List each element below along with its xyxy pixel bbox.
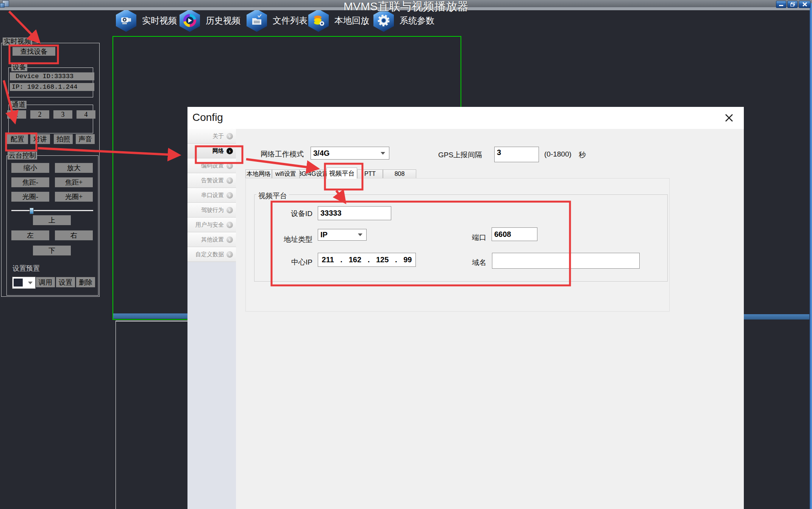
channel-3-button[interactable]: 3 <box>53 110 72 119</box>
zoom-in-button[interactable]: 放大 <box>55 163 93 173</box>
menu-item-alarm[interactable]: 告警设置› <box>187 173 236 188</box>
iris-plus-button[interactable]: 光圈+ <box>55 192 93 202</box>
chevron-right-icon: › <box>226 236 233 243</box>
menu-item-other[interactable]: 其他设置› <box>187 232 236 247</box>
video-progress-bar[interactable] <box>113 313 187 319</box>
minimize-button[interactable] <box>776 1 786 8</box>
video-platform-group-label: 视频平台 <box>256 191 289 201</box>
channel-2-button[interactable]: 2 <box>30 110 49 119</box>
iris-minus-button[interactable]: 光圈- <box>11 192 49 202</box>
pan-up-button[interactable]: 上 <box>33 215 71 225</box>
preset-call-button[interactable]: 调用 <box>36 277 55 287</box>
tab-3g4g[interactable]: 3G/4G设置 <box>300 169 327 179</box>
config-button[interactable]: 配置 <box>7 134 28 144</box>
preset-select[interactable] <box>12 277 36 289</box>
toolbar-label: 历史视频 <box>206 15 240 27</box>
pan-right-button[interactable]: 右 <box>55 230 93 240</box>
gps-interval-input[interactable]: 3 <box>494 147 539 162</box>
restore-button[interactable] <box>787 1 798 8</box>
preset-set-button[interactable]: 设置 <box>56 277 75 287</box>
ptz-groupbox <box>6 155 98 296</box>
device-id-label: 设备ID <box>280 209 312 219</box>
chevron-right-icon: › <box>226 133 233 139</box>
center-ip-input[interactable]: 211 . 162 . 125 . 99 <box>318 253 416 267</box>
chevron-down-icon <box>28 282 33 284</box>
tab-808[interactable]: 808 <box>383 169 416 179</box>
menu-item-encoding[interactable]: 编码设置› <box>187 158 236 173</box>
device-id-text: Device ID:33333 <box>10 72 94 80</box>
config-dialog: Config 关于› 网络› 编码设置› 告警设置› 串口设置› 驾驶行为› 用… <box>187 107 744 509</box>
focus-minus-button[interactable]: 焦距- <box>11 177 49 187</box>
chevron-right-icon: › <box>226 207 233 213</box>
close-button[interactable] <box>799 1 810 8</box>
menu-item-driving[interactable]: 驾驶行为› <box>187 203 236 218</box>
ptz-group-label: 云台控制 <box>8 152 37 160</box>
chevron-down-icon <box>358 233 362 236</box>
tab-wifi[interactable]: wifi设置 <box>272 169 300 179</box>
channel-group-label: 通道 <box>11 101 27 109</box>
channel-groupbox <box>8 105 93 133</box>
slider-track <box>11 210 93 211</box>
intercom-button[interactable]: 对讲 <box>30 134 50 144</box>
menu-item-serial[interactable]: 串口设置› <box>187 188 236 203</box>
live-video-panel: 实时视频 查找设备 设备 Device ID:33333 IP: 192.168… <box>1 38 100 296</box>
tab-video-platform[interactable]: 视频平台 <box>326 168 357 179</box>
pan-left-button[interactable]: 左 <box>11 230 49 240</box>
preset-label: 设置预置 <box>11 265 41 273</box>
window-right-border <box>810 3 812 509</box>
device-groupbox <box>8 67 93 97</box>
app-window: MVMS直联与视频播放器 实时视频 历史视频 <box>0 0 812 509</box>
menu-item-about[interactable]: 关于› <box>187 129 236 144</box>
domain-label: 域名 <box>454 258 486 268</box>
preset-color-swatch <box>14 279 23 287</box>
chevron-right-icon: › <box>226 192 233 199</box>
channel-4-button[interactable]: 4 <box>77 110 95 119</box>
gps-range-text: (0-1800) <box>544 150 572 158</box>
tab-ptt[interactable]: PTT <box>357 169 383 179</box>
toolbar-label: 文件列表 <box>273 15 308 27</box>
slider-knob[interactable] <box>30 208 34 214</box>
window-controls <box>776 1 810 8</box>
sound-button[interactable]: 声音 <box>76 134 95 144</box>
dialog-titlebar[interactable]: Config <box>187 107 744 129</box>
network-mode-select[interactable]: 3/4G <box>311 147 389 160</box>
gps-interval-label: GPS上报间隔 <box>438 150 482 160</box>
window-title: MVMS直联与视频播放器 <box>0 0 812 14</box>
device-group-label: 设备 <box>11 63 27 71</box>
channel-1-button[interactable]: 1 <box>7 110 26 119</box>
chevron-right-icon: › <box>226 251 233 258</box>
addr-type-label: 地址类型 <box>275 235 312 244</box>
ptz-speed-slider[interactable] <box>11 208 93 213</box>
snapshot-button[interactable]: 拍照 <box>54 134 73 144</box>
dialog-content: 网络工作模式 3/4G GPS上报间隔 3 (0-1800) 秒 本地网络 wi… <box>236 129 744 509</box>
menu-item-custom-data[interactable]: 自定义数据› <box>187 247 236 262</box>
close-icon <box>803 2 807 6</box>
addr-type-select[interactable]: IP <box>318 229 367 241</box>
chevron-right-icon: › <box>226 177 233 184</box>
network-mode-label: 网络工作模式 <box>261 149 304 159</box>
chevron-right-icon: › <box>226 148 233 154</box>
dialog-menu: 关于› 网络› 编码设置› 告警设置› 串口设置› 驾驶行为› 用户与安全› 其… <box>187 129 236 509</box>
color-ring <box>183 14 196 27</box>
menu-item-user-security[interactable]: 用户与安全› <box>187 218 236 232</box>
device-id-input[interactable]: 33333 <box>318 206 391 220</box>
find-device-button[interactable]: 查找设备 <box>12 47 55 56</box>
device-ip-text: IP: 192.168.1.244 <box>10 83 94 91</box>
toolbar-label: 实时视频 <box>142 15 177 27</box>
domain-input[interactable] <box>492 253 640 269</box>
close-icon <box>725 113 734 122</box>
port-input[interactable]: 6608 <box>492 227 537 241</box>
video-platform-tabpage: 视频平台 设备ID 33333 地址类型 IP 端口 6608 中心IP 211… <box>245 178 670 312</box>
toolbar-label: 本地回放 <box>334 15 369 27</box>
dialog-close-button[interactable] <box>723 112 735 124</box>
chevron-down-icon <box>381 152 385 155</box>
focus-plus-button[interactable]: 焦距+ <box>55 177 93 187</box>
preset-delete-button[interactable]: 删除 <box>76 277 95 287</box>
annotation-arrow-1 <box>9 11 38 41</box>
toolbar-label: 系统参数 <box>400 15 434 27</box>
zoom-out-button[interactable]: 缩小 <box>11 163 49 173</box>
app-icon-small <box>0 3 5 8</box>
menu-item-network[interactable]: 网络› <box>187 144 236 158</box>
tab-local-network[interactable]: 本地网络 <box>245 169 272 179</box>
pan-down-button[interactable]: 下 <box>33 246 71 255</box>
